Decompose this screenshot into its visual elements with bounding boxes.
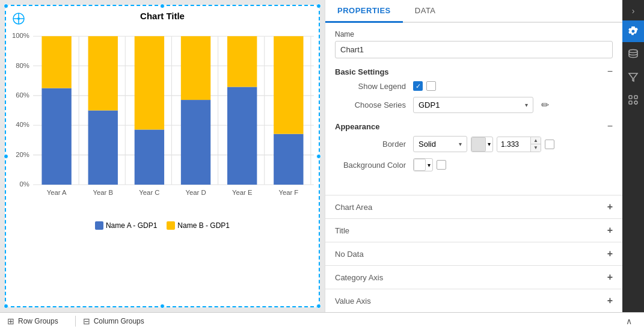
series-select-chevron: ▾: [525, 102, 528, 108]
legend-color-a: [95, 221, 103, 230]
border-width-up[interactable]: ▲: [531, 137, 541, 144]
chart-panel: Chart Title 100% 80% 60% 40% 20% 0%: [0, 0, 325, 312]
svg-rect-43: [629, 101, 632, 104]
svg-rect-34: [227, 87, 257, 185]
svg-rect-32: [181, 36, 210, 100]
resize-handle-top[interactable]: [160, 4, 165, 8]
svg-text:Year D: Year D: [185, 189, 206, 196]
sidebar-gear-icon[interactable]: [622, 20, 644, 42]
chart-svg: 100% 80% 60% 40% 20% 0%: [11, 23, 314, 216]
svg-rect-37: [274, 134, 303, 185]
name-input[interactable]: [335, 41, 613, 58]
svg-text:20%: 20%: [16, 151, 29, 158]
series-select[interactable]: GDP1 ▾: [413, 97, 533, 113]
border-color-group[interactable]: ▾: [471, 137, 493, 152]
border-style-chevron: ▾: [459, 141, 462, 147]
background-color-label: Background Color: [335, 161, 413, 170]
basic-settings-header: Basic Settings −: [335, 67, 613, 76]
basic-settings-title: Basic Settings: [335, 67, 389, 76]
svg-rect-41: [629, 96, 632, 99]
sidebar-settings-icon[interactable]: [622, 89, 644, 111]
svg-point-3: [17, 17, 20, 20]
expand-value-axis-header[interactable]: Value Axis +: [325, 289, 622, 312]
svg-rect-22: [41, 88, 71, 185]
sidebar-filter-icon[interactable]: [622, 66, 644, 88]
border-checkbox[interactable]: [545, 140, 554, 149]
svg-point-40: [629, 50, 637, 53]
border-width-input[interactable]: [497, 138, 530, 151]
legend-label-b: Name B - GDP1: [177, 221, 230, 230]
expand-no-data-icon: +: [607, 248, 613, 259]
row-groups-item[interactable]: ⊞ Row Groups: [7, 316, 68, 326]
expand-title-header[interactable]: Title +: [325, 219, 622, 242]
border-style-value: Solid: [419, 140, 436, 149]
resize-handle-tl[interactable]: [4, 4, 8, 8]
show-legend-checkbox-extra[interactable]: [426, 81, 436, 91]
border-color-chevron[interactable]: ▾: [486, 141, 492, 147]
border-settings: Solid ▾ ▾ ▲ ▼: [413, 136, 554, 152]
bottom-bar: ⊞ Row Groups ⊟ Column Groups ∧: [0, 312, 644, 329]
background-color-row: Background Color ▾: [335, 158, 613, 171]
svg-point-44: [634, 101, 637, 104]
expand-chart-area-header[interactable]: Chart Area +: [325, 195, 622, 218]
svg-text:80%: 80%: [16, 62, 29, 69]
svg-rect-26: [88, 36, 118, 110]
expand-chart-area-label: Chart Area: [335, 203, 372, 212]
series-edit-icon[interactable]: ✏: [537, 97, 553, 113]
expand-category-axis-header[interactable]: Category Axis +: [325, 266, 622, 289]
column-groups-icon: ⊟: [83, 316, 90, 326]
show-legend-label: Show Legend: [335, 82, 413, 91]
chart-title: Chart Title: [11, 11, 314, 21]
border-width-down[interactable]: ▼: [531, 144, 541, 152]
expand-no-data-header[interactable]: No Data +: [325, 242, 622, 265]
border-color-swatch[interactable]: [471, 137, 486, 152]
resize-handle-bl[interactable]: [4, 304, 8, 309]
border-style-select[interactable]: Solid ▾: [413, 136, 467, 152]
chart-move-icon[interactable]: [12, 12, 25, 25]
tab-properties[interactable]: PROPERTIES: [325, 0, 403, 23]
svg-text:0%: 0%: [20, 180, 29, 188]
sidebar-db-icon[interactable]: [622, 43, 644, 65]
resize-handle-tr[interactable]: [316, 4, 321, 8]
basic-settings-toggle[interactable]: −: [607, 67, 613, 76]
border-width-input-group: ▲ ▼: [497, 137, 541, 152]
row-groups-icon: ⊞: [7, 316, 14, 326]
legend-item-b: Name B - GDP1: [167, 221, 230, 230]
bg-color-checkbox[interactable]: [437, 160, 446, 170]
svg-text:Year F: Year F: [278, 189, 298, 196]
row-groups-label: Row Groups: [18, 317, 58, 325]
bottom-divider: [75, 316, 76, 327]
expand-category-axis: Category Axis +: [325, 265, 622, 289]
expand-no-data: No Data +: [325, 242, 622, 265]
tab-data[interactable]: DATA: [403, 0, 448, 23]
expand-value-axis-label: Value Axis: [335, 297, 371, 306]
checkbox-check-icon: ✓: [416, 82, 421, 90]
resize-handle-bottom[interactable]: [160, 304, 165, 309]
appearance-header: Appearance −: [335, 121, 613, 131]
svg-rect-35: [227, 36, 257, 87]
right-sidebar: ›: [622, 0, 644, 312]
svg-text:Year C: Year C: [139, 189, 159, 196]
sidebar-chevron-icon[interactable]: ›: [632, 2, 635, 19]
svg-text:Year E: Year E: [232, 189, 253, 196]
show-legend-checkbox[interactable]: ✓: [413, 81, 423, 91]
name-label: Name: [335, 30, 613, 38]
svg-text:Year A: Year A: [47, 189, 67, 196]
bg-color-chevron[interactable]: ▾: [426, 162, 432, 168]
bg-color-group[interactable]: ▾: [413, 158, 433, 171]
border-width-spinners: ▲ ▼: [530, 137, 541, 152]
appearance-toggle[interactable]: −: [607, 121, 613, 131]
appearance-title: Appearance: [335, 122, 379, 131]
legend-item-a: Name A - GDP1: [95, 221, 157, 230]
bg-color-swatch[interactable]: [414, 159, 426, 171]
svg-text:60%: 60%: [16, 91, 29, 99]
svg-text:100%: 100%: [12, 32, 29, 39]
column-groups-item[interactable]: ⊟ Column Groups: [83, 316, 154, 326]
bottom-chevron-icon[interactable]: ∧: [626, 316, 637, 326]
resize-handle-br[interactable]: [316, 304, 321, 309]
resize-handle-right[interactable]: [316, 154, 321, 159]
choose-series-label: Choose Series: [335, 100, 413, 109]
svg-rect-42: [634, 96, 637, 99]
svg-text:Year B: Year B: [93, 189, 114, 196]
resize-handle-left[interactable]: [4, 154, 8, 159]
